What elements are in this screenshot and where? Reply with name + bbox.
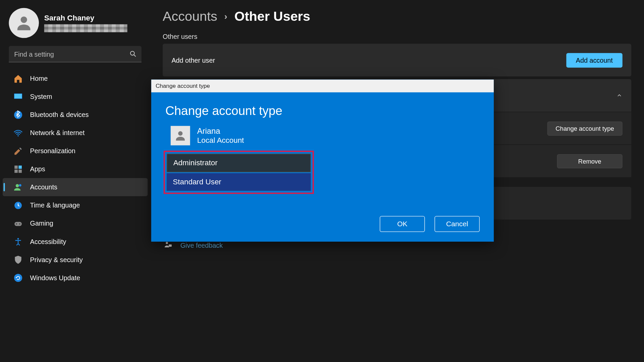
nav-item-accessibility[interactable]: Accessibility	[3, 232, 148, 250]
time-icon	[13, 200, 23, 210]
nav-label: Bluetooth & devices	[30, 111, 89, 118]
nav-label: Windows Update	[30, 274, 80, 281]
breadcrumb-parent[interactable]: Accounts	[163, 9, 217, 24]
nav-item-personalization[interactable]: Personalization	[3, 142, 148, 160]
nav-item-apps[interactable]: Apps	[3, 160, 148, 178]
nav-item-time[interactable]: Time & language	[3, 196, 148, 214]
profile-header[interactable]: Sarah Chaney	[0, 8, 150, 38]
home-icon	[13, 73, 23, 83]
nav-item-home[interactable]: Home	[3, 69, 148, 87]
network-icon	[13, 128, 23, 138]
nav-item-gaming[interactable]: Gaming	[3, 214, 148, 232]
nav-label: Time & language	[30, 201, 80, 209]
search-input[interactable]	[9, 46, 141, 62]
account-type-dropdown[interactable]: Administrator Standard User	[164, 150, 314, 194]
svg-point-16	[19, 223, 20, 225]
profile-email-redacted	[44, 24, 127, 32]
nav-label: Gaming	[30, 220, 53, 227]
svg-point-0	[21, 16, 27, 23]
dialog-user-type: Local Account	[197, 136, 244, 144]
dialog-heading: Change account type	[165, 104, 480, 118]
svg-point-23	[178, 131, 182, 135]
nav-label: Accessibility	[30, 238, 66, 245]
svg-rect-4	[14, 94, 22, 98]
profile-name: Sarah Chaney	[44, 14, 127, 22]
add-account-button[interactable]: Add account	[566, 53, 623, 67]
nav-item-system[interactable]: System	[3, 87, 148, 106]
give-feedback-link[interactable]: Give feedback	[180, 241, 223, 249]
breadcrumb-current: Other Users	[234, 9, 310, 24]
nav-item-accounts[interactable]: Accounts	[3, 178, 148, 196]
sidebar: Sarah Chaney Home System Bluetooth & dev…	[0, 0, 150, 362]
svg-point-18	[14, 274, 22, 282]
add-other-user-label: Add other user	[171, 56, 215, 64]
dialog-user-name: Ariana	[197, 127, 244, 136]
option-administrator[interactable]: Administrator	[167, 154, 311, 172]
cancel-button[interactable]: Cancel	[435, 216, 480, 232]
change-account-type-button[interactable]: Change account type	[547, 121, 622, 135]
svg-point-21	[166, 242, 168, 244]
give-feedback-row: Give feedback	[163, 241, 631, 249]
feedback-icon	[164, 241, 172, 249]
bluetooth-icon	[13, 110, 23, 120]
svg-point-5	[14, 111, 22, 119]
accounts-icon	[13, 182, 23, 192]
add-user-card: Add other user Add account	[163, 44, 631, 76]
svg-rect-9	[14, 169, 18, 173]
svg-point-12	[19, 184, 21, 186]
svg-point-11	[16, 184, 19, 187]
svg-point-17	[17, 238, 19, 239]
dialog-titlebar: Change account type	[151, 79, 494, 92]
svg-rect-7	[14, 165, 18, 169]
change-account-type-dialog: Change account type Change account type …	[151, 79, 494, 242]
user-avatar-icon	[171, 126, 190, 145]
user-avatar-icon	[9, 8, 39, 38]
nav-label: Network & internet	[30, 129, 85, 136]
section-heading: Other users	[163, 33, 631, 40]
svg-rect-22	[169, 244, 172, 247]
nav-label: Accounts	[30, 183, 57, 191]
gaming-icon	[13, 219, 23, 228]
option-standard-user[interactable]: Standard User	[167, 173, 311, 191]
privacy-icon	[13, 255, 23, 264]
nav-item-privacy[interactable]: Privacy & security	[3, 250, 148, 268]
svg-line-2	[134, 55, 136, 57]
nav-item-network[interactable]: Network & internet	[3, 124, 148, 142]
nav-label: Apps	[30, 165, 45, 173]
svg-rect-10	[18, 169, 22, 173]
nav-item-update[interactable]: Windows Update	[3, 268, 148, 287]
remove-button[interactable]: Remove	[557, 154, 623, 168]
search-icon[interactable]	[129, 50, 137, 58]
nav-label: Privacy & security	[30, 256, 83, 263]
svg-rect-14	[14, 222, 22, 226]
svg-point-1	[130, 51, 135, 55]
system-icon	[13, 92, 23, 101]
accessibility-icon	[13, 237, 23, 246]
nav-label: System	[30, 93, 52, 100]
nav-label: Personalization	[30, 147, 75, 155]
chevron-up-icon[interactable]	[616, 92, 622, 98]
dialog-user-row: Ariana Local Account	[165, 126, 480, 145]
svg-rect-8	[18, 165, 22, 169]
svg-point-15	[16, 223, 17, 225]
breadcrumb: Accounts › Other Users	[163, 9, 631, 24]
personalization-icon	[13, 146, 23, 156]
nav-label: Home	[30, 75, 48, 82]
nav-item-bluetooth[interactable]: Bluetooth & devices	[3, 106, 148, 124]
search-container	[9, 46, 141, 62]
nav-list: Home System Bluetooth & devices Network …	[0, 69, 150, 287]
apps-icon	[13, 164, 23, 174]
update-icon	[13, 273, 23, 283]
ok-button[interactable]: OK	[380, 216, 425, 232]
chevron-right-icon: ›	[224, 11, 227, 21]
svg-point-6	[17, 135, 19, 136]
